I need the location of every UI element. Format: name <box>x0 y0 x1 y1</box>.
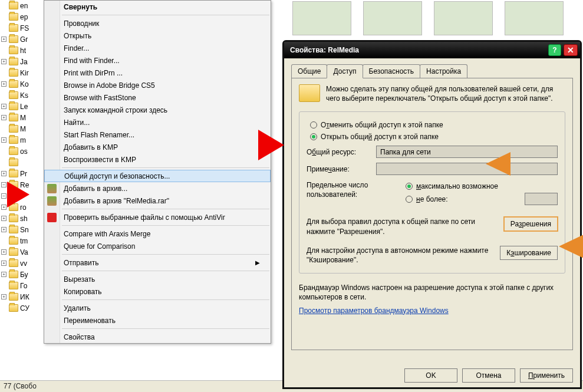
tree-item[interactable]: +sh <box>0 213 47 224</box>
tree-label: ht <box>20 47 26 55</box>
tab-customize[interactable]: Настройка <box>420 64 467 78</box>
tree-item[interactable]: +Va <box>0 246 47 258</box>
tree-expand-icon[interactable]: + <box>1 115 6 120</box>
cm-antivir[interactable]: Проверить выбранные файлы с помощью Anti… <box>44 211 271 223</box>
firewall-link[interactable]: Просмотр параметров брандмауэра Windows <box>299 307 449 315</box>
tree-expand-icon[interactable]: + <box>1 171 6 176</box>
cm-copy[interactable]: Копировать <box>44 285 271 298</box>
submenu-arrow-icon: ▶ <box>255 259 260 266</box>
status-text: 77 (Свобо <box>4 382 37 390</box>
tree-item[interactable]: +ИК <box>0 291 47 302</box>
tree-item[interactable]: os <box>0 146 47 157</box>
tree-item[interactable]: +Ja <box>0 56 47 67</box>
help-button[interactable]: ? <box>548 44 561 56</box>
cm-find-with-finder[interactable]: Find with Finder... <box>44 54 271 67</box>
cm-play-kmp[interactable]: Воспроизвести в KMP <box>44 153 271 166</box>
tree-item[interactable]: ht <box>0 45 47 56</box>
tree-item[interactable]: +vv <box>0 258 47 269</box>
permissions-button[interactable]: Разрешения <box>504 217 558 231</box>
radio-no-share[interactable]: Отменить общий доступ к этой папке <box>310 121 558 129</box>
tree-expand-icon[interactable]: + <box>1 216 6 221</box>
tree-expand-icon[interactable]: + <box>1 272 6 277</box>
cm-find[interactable]: Найти... <box>44 116 271 129</box>
tree-label: Го <box>20 282 27 290</box>
cm-add-archive-rar[interactable]: Добавить в архив "RelMedia.rar" <box>44 195 271 207</box>
cm-browse-faststone[interactable]: Browse with FastStone <box>44 91 271 104</box>
context-menu: Свернуть Проводник Открыть Finder... Fin… <box>44 0 271 344</box>
tree-item[interactable]: Ks <box>0 90 47 101</box>
cm-finder[interactable]: Finder... <box>44 42 271 54</box>
cm-rename[interactable]: Переименовать <box>44 314 271 327</box>
cm-print-dirprn[interactable]: Print with DirPrn ... <box>44 67 271 79</box>
radio-share[interactable]: Открыть общий доступ к этой папке <box>310 133 558 141</box>
cm-add-kmp[interactable]: Добавить в KMP <box>44 141 271 153</box>
tree-item[interactable]: +Gr <box>0 34 47 45</box>
tree-item[interactable]: +Pr <box>0 168 47 179</box>
tree-item[interactable]: +Ko <box>0 78 47 90</box>
tree-expand-icon[interactable]: + <box>1 59 6 64</box>
tree-expand-icon[interactable]: + <box>1 249 6 255</box>
tree-item[interactable]: +m <box>0 134 47 146</box>
tab-sharing[interactable]: Доступ <box>327 64 363 78</box>
tab-general[interactable]: Общие <box>291 64 327 78</box>
folder-icon <box>9 159 18 166</box>
cm-start-flash[interactable]: Start Flash Renamer... <box>44 129 271 141</box>
thumbnail[interactable] <box>505 1 564 35</box>
tree-item[interactable]: Kir <box>0 67 47 78</box>
cm-send-to[interactable]: Отправить▶ <box>44 256 271 269</box>
tree-item[interactable]: tm <box>0 235 47 246</box>
tree-item[interactable]: СУ <box>0 302 47 314</box>
thumbnail[interactable] <box>363 1 422 35</box>
dialog-titlebar[interactable]: Свойства: RelMedia ? ✕ <box>284 42 580 58</box>
cm-compare-araxis[interactable]: Compare with Araxis Merge <box>44 228 271 240</box>
tree-item[interactable]: +Бу <box>0 269 47 280</box>
tree-expand-icon <box>1 70 6 75</box>
tree-expand-icon[interactable]: + <box>1 81 6 87</box>
radio-atmost-users[interactable]: не более: <box>406 193 558 205</box>
tab-strip: Общие Доступ Безопасность Настройка <box>291 64 573 78</box>
close-button[interactable]: ✕ <box>564 44 578 56</box>
thumbnail[interactable] <box>292 1 351 35</box>
tree-item[interactable]: en <box>0 0 47 11</box>
tree-expand-icon[interactable]: + <box>1 104 6 109</box>
tree-expand-icon[interactable]: + <box>1 261 6 266</box>
tree-expand-icon[interactable]: + <box>1 205 6 210</box>
tree-expand-icon[interactable]: + <box>1 227 6 232</box>
tree-expand-icon[interactable]: − <box>1 193 6 199</box>
cm-cmd-here[interactable]: Запуск командной строки здесь <box>44 104 271 116</box>
cm-cut[interactable]: Вырезать <box>44 273 271 285</box>
tree-item[interactable]: +M <box>0 112 47 123</box>
tree-item[interactable]: +Sn <box>0 224 47 235</box>
cm-collapse[interactable]: Свернуть <box>44 1 271 13</box>
cm-delete[interactable]: Удалить <box>44 302 271 314</box>
caching-button[interactable]: Кэширование <box>500 246 558 260</box>
share-name-input[interactable] <box>376 146 558 158</box>
radio-max-users[interactable]: максимально возможное <box>406 182 558 190</box>
comment-input[interactable] <box>376 163 558 175</box>
cm-browse-bridge[interactable]: Browse in Adobe Bridge CS5 <box>44 79 271 91</box>
tree-item[interactable]: M <box>0 123 47 134</box>
thumbnail[interactable] <box>434 1 493 35</box>
ok-button[interactable]: OK <box>404 368 457 383</box>
cm-open[interactable]: Открыть <box>44 29 271 42</box>
tree-item[interactable]: +Le <box>0 101 47 112</box>
apply-button[interactable]: Применить <box>520 368 573 383</box>
tree-expand-icon[interactable]: + <box>1 137 6 143</box>
cm-explorer[interactable]: Проводник <box>44 17 271 29</box>
tree-item[interactable] <box>0 157 47 168</box>
cm-properties[interactable]: Свойства <box>44 331 271 343</box>
cm-sharing-security[interactable]: Общий доступ и безопасность... <box>44 170 271 182</box>
tree-item[interactable]: Го <box>0 280 47 291</box>
tree-expand-icon[interactable]: − <box>1 182 6 187</box>
tree-expand-icon <box>1 93 6 98</box>
tab-security[interactable]: Безопасность <box>363 64 421 78</box>
cm-add-archive[interactable]: Добавить в архив... <box>44 182 271 195</box>
user-limit-spinner[interactable] <box>525 193 558 205</box>
tree-item[interactable]: FS <box>0 22 47 34</box>
tree-expand-icon[interactable]: + <box>1 294 6 299</box>
share-description: Можно сделать эту папку общей для пользо… <box>326 84 565 103</box>
tree-item[interactable]: ep <box>0 11 47 22</box>
cm-queue-compare[interactable]: Queue for Comparison <box>44 240 271 252</box>
tree-expand-icon[interactable]: + <box>1 37 6 42</box>
cancel-button[interactable]: Отмена <box>462 368 515 383</box>
